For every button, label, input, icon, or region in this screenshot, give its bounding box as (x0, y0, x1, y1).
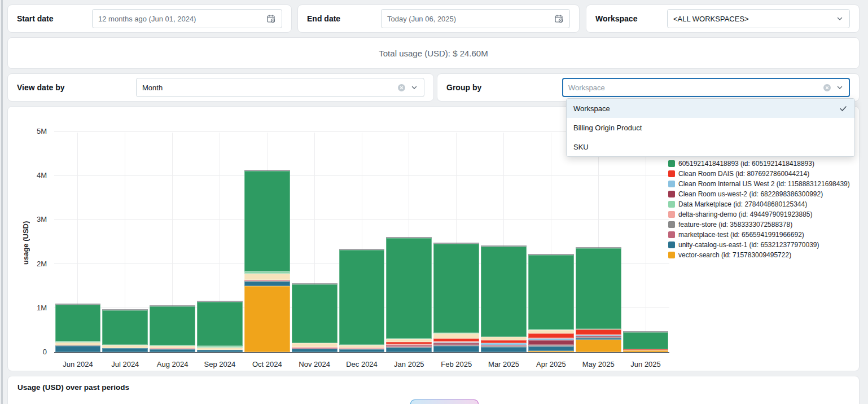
legend-swatch (668, 211, 675, 218)
checkmark-icon (839, 104, 848, 113)
bar-segment[interactable] (481, 347, 527, 352)
bar-segment[interactable] (244, 282, 290, 286)
bar-segment[interactable] (244, 274, 290, 280)
bar-segment[interactable] (433, 244, 479, 333)
stacked-bar-feb-2025[interactable] (433, 243, 479, 352)
view-date-by-card: View date by Month (7, 73, 434, 102)
stacked-bar-oct-2024[interactable] (244, 170, 290, 352)
start-date-input[interactable]: 12 months ago (Jun 01, 2024) (92, 9, 282, 28)
calendar-icon[interactable] (266, 14, 276, 24)
bar-segment[interactable] (292, 284, 337, 343)
bar-segment[interactable] (528, 346, 574, 351)
stacked-bar-jan-2025[interactable] (386, 237, 432, 352)
end-date-input[interactable]: Today (Jun 06, 2025) (381, 9, 570, 28)
calendar-icon[interactable] (554, 14, 564, 24)
stacked-bar-aug-2024[interactable] (150, 305, 195, 352)
group-by-select[interactable]: Workspace (562, 78, 850, 97)
bar-segment[interactable] (197, 350, 243, 352)
legend-label: Clean Room us-west-2 (id: 68228983863009… (678, 190, 823, 198)
legend-label: Clean Room DAIS (id: 8076927860044214) (678, 170, 809, 178)
bar-segment[interactable] (339, 250, 385, 344)
bar-segment[interactable] (528, 333, 574, 338)
bar-segment[interactable] (197, 302, 243, 346)
bar-segment[interactable] (576, 330, 621, 335)
legend-label: unity-catalog-us-east-1 (id: 65321237797… (678, 241, 819, 249)
view-date-by-label: View date by (17, 83, 65, 92)
bar-segment[interactable] (528, 340, 574, 345)
legend-item[interactable]: Clean Room DAIS (id: 8076927860044214) (668, 169, 850, 179)
end-date-label: End date (307, 14, 340, 23)
x-axis-label: Jun 2025 (612, 360, 680, 368)
bar-segment[interactable] (576, 248, 621, 329)
dropdown-item-billing-origin-product[interactable]: Billing Origin Product (567, 118, 854, 137)
bar-segment[interactable] (623, 332, 669, 349)
legend-swatch (668, 181, 675, 187)
bar-segment[interactable] (339, 349, 385, 352)
stacked-bar-mar-2025[interactable] (481, 245, 527, 352)
clear-icon[interactable] (823, 84, 831, 92)
view-date-by-select[interactable]: Month (136, 78, 424, 97)
y-axis-title: usage (USD) (20, 133, 30, 353)
legend-swatch (668, 160, 675, 167)
bar-segment[interactable] (386, 348, 432, 352)
bar-segment[interactable] (292, 349, 337, 352)
bar-segment[interactable] (55, 346, 101, 352)
legend-item[interactable]: Clean Room Internal US West 2 (id: 11588… (668, 179, 850, 189)
bar-segment[interactable] (576, 340, 621, 352)
chevron-down-icon[interactable] (836, 15, 844, 23)
bar-segment[interactable] (102, 310, 148, 345)
end-date-value: Today (Jun 06, 2025) (387, 15, 550, 23)
chevron-down-icon[interactable] (836, 84, 844, 91)
bar-segment[interactable] (528, 351, 574, 352)
stacked-bar-nov-2024[interactable] (292, 283, 337, 352)
left-edge-strip (1, 0, 3, 404)
stacked-bar-dec-2024[interactable] (339, 249, 385, 352)
clear-icon[interactable] (397, 84, 406, 92)
usage-dashboard-page: Start date 12 months ago (Jun 01, 2024) … (0, 0, 868, 404)
legend-item[interactable]: 6051921418418893 (id: 6051921418418893) (668, 159, 850, 169)
bar-segment[interactable] (481, 247, 527, 337)
group-by-dropdown-menu: WorkspaceBilling Origin ProductSKU (566, 98, 855, 157)
legend-swatch (668, 191, 675, 197)
stacked-bar-jul-2024[interactable] (102, 309, 148, 352)
bar-segment[interactable] (528, 255, 574, 330)
stacked-bar-jun-2025[interactable] (623, 331, 669, 352)
y-axis-tick: 1M (15, 304, 47, 312)
start-date-value: 12 months ago (Jun 01, 2024) (98, 15, 262, 23)
dropdown-item-label: Billing Origin Product (573, 124, 642, 132)
legend-item[interactable]: unity-catalog-us-east-1 (id: 65321237797… (668, 240, 850, 250)
dropdown-item-workspace[interactable]: Workspace (567, 99, 854, 118)
bar-segment[interactable] (433, 346, 479, 352)
y-axis-tick: 5M (15, 127, 47, 135)
stacked-bar-apr-2025[interactable] (528, 254, 574, 352)
chevron-down-icon[interactable] (410, 84, 418, 91)
gradient-tab[interactable] (410, 399, 479, 404)
legend-label: Clean Room Internal US West 2 (id: 11588… (678, 180, 850, 188)
bar-segment[interactable] (386, 238, 432, 339)
legend-item[interactable]: marketplace-test (id: 6565941991966692) (668, 230, 850, 240)
bar-segment[interactable] (244, 171, 290, 271)
workspace-select[interactable]: <ALL WORKSPACES> (667, 9, 850, 28)
group-by-label: Group by (446, 83, 481, 92)
bar-segment[interactable] (102, 348, 148, 352)
legend-item[interactable]: delta-sharing-demo (id: 4944979091923885… (668, 209, 850, 219)
legend-item[interactable]: Clean Room us-west-2 (id: 68228983863009… (668, 189, 850, 199)
legend-item[interactable]: vector-search (id: 715783009495722) (668, 250, 850, 260)
bar-segment[interactable] (244, 286, 290, 352)
end-date-card: End date Today (Jun 06, 2025) (297, 5, 580, 33)
dropdown-item-sku[interactable]: SKU (567, 137, 854, 156)
bar-segment[interactable] (623, 350, 669, 352)
bar-segment[interactable] (433, 333, 479, 339)
legend-item[interactable]: feature-store (id: 3583333072588378) (668, 219, 850, 230)
bar-segment[interactable] (55, 305, 101, 341)
stacked-bar-may-2025[interactable] (576, 247, 621, 352)
legend-label: Data Marketplace (id: 2784048680125344) (678, 200, 807, 208)
bar-segment[interactable] (150, 306, 195, 345)
start-date-card: Start date 12 months ago (Jun 01, 2024) (7, 5, 292, 33)
stacked-bar-jun-2024[interactable] (55, 304, 101, 352)
bar-segment[interactable] (150, 349, 195, 352)
bar-segment[interactable] (292, 343, 337, 347)
stacked-bar-sep-2024[interactable] (197, 301, 243, 352)
legend-item[interactable]: Data Marketplace (id: 2784048680125344) (668, 199, 850, 209)
view-date-by-value: Month (142, 84, 393, 92)
